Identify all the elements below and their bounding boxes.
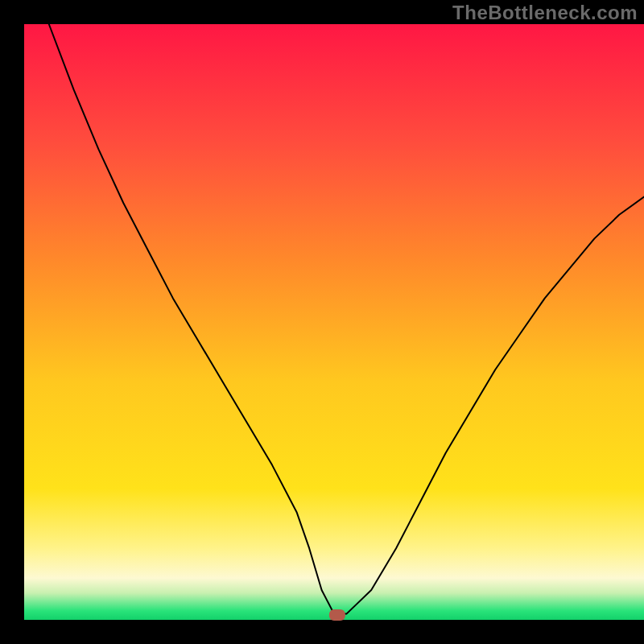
chart-canvas (0, 0, 644, 644)
watermark-text: TheBottleneck.com (452, 2, 638, 24)
optimum-marker (329, 609, 345, 621)
chart-background (24, 24, 644, 620)
bottleneck-chart: TheBottleneck.com (0, 0, 644, 644)
